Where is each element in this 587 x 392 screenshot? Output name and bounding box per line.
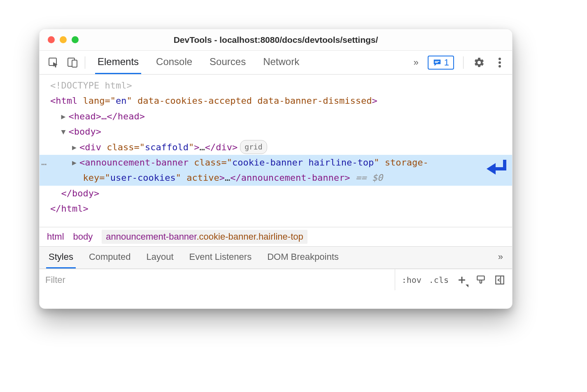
expand-arrow-icon[interactable]: ▶ <box>72 156 79 169</box>
dom-tree[interactable]: <!DOCTYPE html> <html lang="en" data-coo… <box>40 75 512 227</box>
tab-elements[interactable]: Elements <box>95 51 141 74</box>
styles-filter-input[interactable] <box>40 269 395 290</box>
breadcrumb-item-body[interactable]: body <box>73 231 93 242</box>
expand-arrow-icon[interactable]: ▶ <box>72 141 79 154</box>
issues-badge[interactable]: 1 <box>428 56 454 70</box>
subtab-layout[interactable]: Layout <box>144 247 176 268</box>
tab-network[interactable]: Network <box>261 51 302 74</box>
styles-filter-tools: :hov .cls <box>395 269 512 290</box>
dom-row-head[interactable]: ▶<head>…</head> <box>47 109 512 124</box>
dom-row-doctype[interactable]: <!DOCTYPE html> <box>47 78 512 93</box>
collapse-arrow-icon[interactable]: ▼ <box>61 126 69 138</box>
breadcrumb-item-selected[interactable]: announcement-banner.cookie-banner.hairli… <box>102 230 307 244</box>
window-zoom-button[interactable] <box>72 36 79 43</box>
breadcrumb: html body announcement-banner.cookie-ban… <box>40 227 512 247</box>
dom-row-html-open[interactable]: <html lang="en" data-cookies-accepted da… <box>47 93 512 108</box>
svg-rect-2 <box>72 60 77 67</box>
window-close-button[interactable] <box>48 36 55 43</box>
svg-rect-9 <box>496 276 504 284</box>
toolbar-divider <box>85 56 85 69</box>
paint-brush-icon[interactable] <box>475 275 487 285</box>
tabs-overflow-button[interactable]: » <box>410 57 422 68</box>
subtab-computed[interactable]: Computed <box>86 247 133 268</box>
devtools-window: DevTools - localhost:8080/docs/devtools/… <box>39 29 512 309</box>
svg-point-7 <box>498 65 501 68</box>
svg-rect-3 <box>435 61 439 62</box>
toolbar-divider-2 <box>463 56 464 69</box>
svg-point-6 <box>498 61 501 64</box>
main-toolbar: Elements Console Sources Network » 1 <box>40 51 512 75</box>
issues-count: 1 <box>444 57 449 68</box>
subtab-event-listeners[interactable]: Event Listeners <box>187 247 254 268</box>
styles-subtabs: Styles Computed Layout Event Listeners D… <box>40 247 512 269</box>
dom-row-div-scaffold[interactable]: ▶<div class="scaffold">…</div>grid <box>47 140 512 155</box>
window-minimize-button[interactable] <box>60 36 67 43</box>
svg-rect-8 <box>477 276 484 280</box>
dom-row-body-close[interactable]: </body> <box>47 186 512 201</box>
dom-row-html-close[interactable]: </html> <box>47 201 512 216</box>
new-style-rule-icon[interactable] <box>456 275 468 285</box>
kebab-menu-icon[interactable] <box>491 54 508 71</box>
grid-badge[interactable]: grid <box>240 140 267 154</box>
styles-filter-row: :hov .cls <box>40 269 512 290</box>
subtabs-overflow-button[interactable]: » <box>496 247 505 268</box>
main-tabs: Elements Console Sources Network <box>95 51 302 74</box>
dom-row-announcement-banner[interactable]: ⋯ ▶<announcement-banner class="cookie-ba… <box>40 155 512 186</box>
ellipsis-icon[interactable]: ⋯ <box>41 156 47 172</box>
subtab-styles[interactable]: Styles <box>46 247 76 268</box>
dom-row-body-open[interactable]: ▼<body> <box>47 124 512 139</box>
expand-arrow-icon[interactable]: ▶ <box>61 110 69 123</box>
breadcrumb-item-html[interactable]: html <box>47 231 64 242</box>
window-title: DevTools - localhost:8080/docs/devtools/… <box>40 35 512 45</box>
settings-icon[interactable] <box>471 54 487 71</box>
chat-icon <box>433 58 442 67</box>
tab-sources[interactable]: Sources <box>207 51 248 74</box>
titlebar: DevTools - localhost:8080/docs/devtools/… <box>40 29 512 51</box>
tab-console[interactable]: Console <box>154 51 195 74</box>
cls-toggle-button[interactable]: .cls <box>429 275 449 285</box>
hov-toggle-button[interactable]: :hov <box>402 275 422 285</box>
svg-point-5 <box>498 58 501 60</box>
inspect-element-icon[interactable] <box>45 54 62 71</box>
computed-panel-toggle-icon[interactable] <box>494 275 505 285</box>
subtab-dom-breakpoints[interactable]: DOM Breakpoints <box>265 247 341 268</box>
device-toolbar-icon[interactable] <box>64 54 81 71</box>
selection-pointer-icon <box>484 157 508 178</box>
traffic-lights <box>40 36 79 43</box>
svg-rect-4 <box>435 62 438 63</box>
